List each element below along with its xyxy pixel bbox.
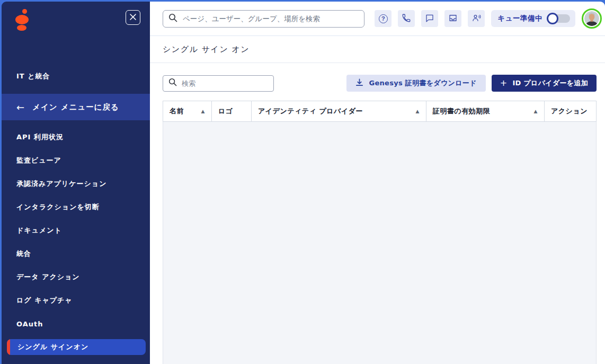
phone-icon bbox=[402, 13, 411, 24]
sidebar-item-data-actions[interactable]: データ アクション bbox=[2, 265, 150, 289]
back-arrow-icon: ← bbox=[16, 102, 25, 113]
plus-icon: + bbox=[500, 79, 508, 87]
queue-status-pill: キュー準備中 bbox=[491, 10, 575, 27]
help-icon: ? bbox=[379, 14, 388, 23]
sidebar-section-title: IT と統合 bbox=[16, 72, 150, 81]
table-search-input[interactable] bbox=[182, 79, 268, 87]
main-area: ? bbox=[150, 2, 605, 364]
identity-providers-table: 名前 ▲ ロゴ アイデンティティ プロバイダー ▲ 証明書の有効期限 ▲ アクシ… bbox=[163, 101, 597, 364]
queue-status-label: キュー準備中 bbox=[497, 14, 542, 23]
chat-button[interactable] bbox=[421, 10, 438, 27]
back-label: メイン メニューに戻る bbox=[32, 102, 119, 112]
column-header-actions: アクション bbox=[545, 101, 596, 121]
search-icon bbox=[168, 13, 177, 24]
sidebar-close-button[interactable] bbox=[126, 10, 140, 25]
column-label: アイデンティティ プロバイダー bbox=[258, 106, 363, 116]
chat-icon bbox=[425, 13, 434, 24]
sidebar-item-label: ログ キャプチャ bbox=[16, 296, 73, 305]
sidebar-item-integrations[interactable]: 統合 bbox=[2, 242, 150, 265]
sidebar-item-label: OAuth bbox=[16, 320, 43, 328]
add-button-label: ID プロバイダーを追加 bbox=[512, 78, 588, 88]
global-topbar: ? bbox=[150, 2, 605, 36]
column-label: 名前 bbox=[170, 106, 184, 116]
sidebar-item-log-capture[interactable]: ログ キャプチャ bbox=[2, 289, 150, 312]
sidebar-menu: API 利用状況 監査ビューア 承認済みアプリケーション インタラクションを切断… bbox=[2, 126, 150, 359]
sidebar-header bbox=[2, 2, 150, 35]
sidebar-item-label: 監査ビューア bbox=[16, 156, 61, 165]
close-icon bbox=[130, 14, 136, 22]
column-header-certificate-expiration[interactable]: 証明書の有効期限 ▲ bbox=[426, 101, 545, 121]
download-button-label: Genesys 証明書をダウンロード bbox=[369, 78, 476, 88]
avatar-photo bbox=[584, 11, 599, 26]
agent-person-icon bbox=[471, 13, 481, 24]
global-search-input[interactable] bbox=[183, 14, 359, 23]
queue-toggle[interactable] bbox=[547, 13, 570, 24]
column-header-name[interactable]: 名前 ▲ bbox=[163, 101, 212, 121]
download-certificate-button[interactable]: Genesys 証明書をダウンロード bbox=[346, 75, 485, 92]
search-icon bbox=[168, 78, 177, 88]
sidebar-item-label: 統合 bbox=[16, 249, 31, 259]
sidebar-item-api-usage[interactable]: API 利用状況 bbox=[2, 126, 150, 149]
back-to-main-menu[interactable]: ← メイン メニューに戻る bbox=[2, 94, 150, 120]
agent-assist-button[interactable] bbox=[468, 10, 485, 27]
sidebar-item-label: 承認済みアプリケーション bbox=[16, 179, 106, 189]
table-search bbox=[163, 75, 274, 92]
sidebar-item-label: シングル サインオン bbox=[17, 342, 88, 352]
sidebar-item-documents[interactable]: ドキュメント bbox=[2, 219, 150, 242]
sort-asc-icon: ▲ bbox=[530, 109, 538, 114]
user-avatar[interactable] bbox=[582, 8, 602, 29]
app-window: IT と統合 ← メイン メニューに戻る API 利用状況 監査ビューア 承認済… bbox=[2, 2, 605, 364]
column-label: 証明書の有効期限 bbox=[433, 106, 490, 116]
page-toolbar: Genesys 証明書をダウンロード + ID プロバイダーを追加 bbox=[150, 63, 605, 101]
sidebar-item-label: インタラクションを切断 bbox=[16, 202, 100, 212]
page-titlebar: シングル サイン オン bbox=[150, 36, 605, 63]
sidebar-item-oauth[interactable]: OAuth bbox=[2, 312, 150, 335]
toggle-knob bbox=[547, 13, 558, 24]
sidebar-item-label: ドキュメント bbox=[16, 226, 62, 235]
page-title: シングル サイン オン bbox=[163, 45, 250, 55]
download-icon bbox=[355, 78, 369, 88]
sidebar-item-disconnect-interactions[interactable]: インタラクションを切断 bbox=[2, 196, 150, 219]
help-button[interactable]: ? bbox=[375, 10, 392, 27]
phone-button[interactable] bbox=[398, 10, 415, 27]
sidebar-item-authorized-apps[interactable]: 承認済みアプリケーション bbox=[2, 172, 150, 196]
sidebar-item-audit-viewer[interactable]: 監査ビューア bbox=[2, 149, 150, 172]
topbar-right-group: ? bbox=[368, 8, 602, 29]
column-label: アクション bbox=[551, 106, 588, 116]
global-search bbox=[163, 10, 364, 28]
table-body-empty bbox=[163, 122, 597, 364]
inbox-button[interactable] bbox=[444, 10, 461, 27]
genesys-logo-icon bbox=[15, 8, 31, 33]
column-header-identity-provider[interactable]: アイデンティティ プロバイダー ▲ bbox=[252, 101, 426, 121]
column-header-logo: ロゴ bbox=[212, 101, 252, 121]
sort-asc-icon: ▲ bbox=[412, 109, 420, 114]
column-label: ロゴ bbox=[218, 106, 233, 116]
table-header-row: 名前 ▲ ロゴ アイデンティティ プロバイダー ▲ 証明書の有効期限 ▲ アクシ… bbox=[163, 101, 597, 122]
add-identity-provider-button[interactable]: + ID プロバイダーを追加 bbox=[492, 75, 597, 92]
sidebar-item-label: API 利用状況 bbox=[16, 132, 64, 142]
sort-asc-icon: ▲ bbox=[197, 109, 205, 114]
sidebar-item-single-sign-on[interactable]: シングル サインオン bbox=[7, 339, 146, 355]
inbox-icon bbox=[448, 13, 458, 24]
admin-sidebar: IT と統合 ← メイン メニューに戻る API 利用状況 監査ビューア 承認済… bbox=[2, 2, 150, 364]
sidebar-item-label: データ アクション bbox=[16, 272, 80, 282]
